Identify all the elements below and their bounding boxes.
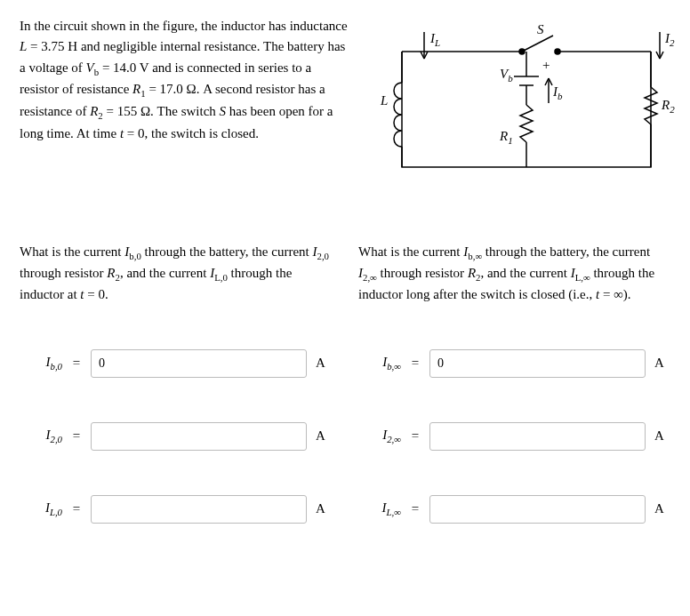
svg-text:L: L: [380, 93, 388, 108]
input-group-Ib0: Ib,0 = A: [20, 349, 332, 378]
unit-ILinf: A: [654, 501, 670, 516]
question-t0: What is the current Ib,0 through the bat…: [20, 242, 332, 305]
input-I20[interactable]: [91, 422, 307, 451]
unit-Ibinf: A: [654, 356, 670, 371]
svg-text:R2: R2: [661, 98, 675, 115]
input-Ib0[interactable]: [91, 349, 307, 378]
svg-text:Ib: Ib: [552, 84, 563, 101]
input-group-ILinf: IL,∞ = A: [358, 495, 670, 524]
unit-I2inf: A: [654, 428, 670, 444]
input-IL0[interactable]: [91, 495, 307, 524]
unit-IL0: A: [316, 501, 332, 516]
input-group-I2inf: I2,∞ = A: [358, 422, 670, 451]
input-ILinf[interactable]: [429, 495, 646, 524]
unit-I20: A: [316, 428, 332, 444]
input-I2inf[interactable]: [429, 422, 646, 451]
svg-text:R1: R1: [499, 129, 513, 146]
input-group-IL0: IL,0 = A: [20, 495, 332, 524]
svg-text:Vb: Vb: [500, 67, 513, 84]
label-Ib0: Ib,0: [20, 355, 62, 372]
unit-Ib0: A: [316, 356, 332, 371]
svg-text:S: S: [537, 22, 544, 36]
label-I20: I2,0: [20, 428, 62, 444]
label-Ibinf: Ib,∞: [358, 355, 401, 372]
label-ILinf: IL,∞: [358, 500, 401, 517]
input-group-I20: I2,0 = A: [20, 422, 332, 451]
svg-text:+: +: [542, 58, 550, 72]
svg-text:I2: I2: [664, 31, 675, 48]
problem-intro: In the circuit shown in the figure, the …: [20, 16, 349, 197]
input-Ibinf[interactable]: [429, 349, 646, 378]
question-tinf: What is the current Ib,∞ through the bat…: [358, 242, 670, 305]
svg-point-0: [519, 49, 525, 54]
circuit-figure: IL I2 Ib S Vb + L R1 R2: [375, 16, 678, 197]
label-I2inf: I2,∞: [358, 428, 401, 444]
svg-text:IL: IL: [429, 31, 440, 48]
label-IL0: IL,0: [20, 500, 62, 517]
input-group-Ibinf: Ib,∞ = A: [358, 349, 670, 378]
